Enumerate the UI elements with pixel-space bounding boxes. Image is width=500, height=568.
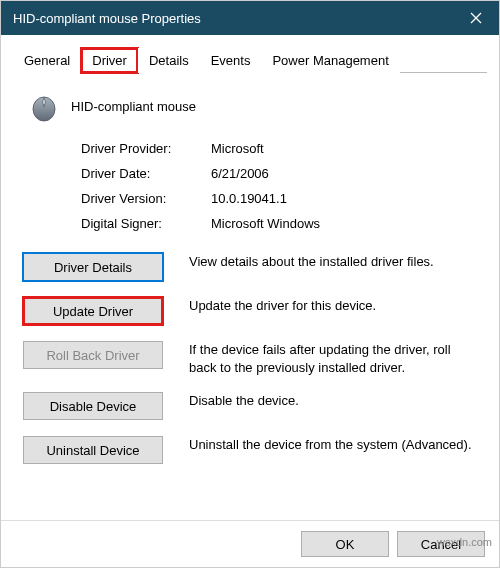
driver-date-label: Driver Date: — [81, 166, 211, 181]
window-title: HID-compliant mouse Properties — [13, 11, 201, 26]
driver-provider-label: Driver Provider: — [81, 141, 211, 156]
tab-content: HID-compliant mouse Driver Provider: Mic… — [1, 73, 499, 520]
close-icon — [470, 12, 482, 24]
tabs-container: General Driver Details Events Power Mana… — [1, 35, 499, 73]
svg-point-3 — [43, 99, 46, 105]
driver-details-desc: View details about the installed driver … — [189, 253, 477, 271]
dialog-footer: OK Cancel — [1, 520, 499, 567]
tabs: General Driver Details Events Power Mana… — [13, 47, 487, 73]
tab-driver[interactable]: Driver — [81, 48, 138, 73]
device-name: HID-compliant mouse — [71, 99, 196, 114]
uninstall-device-button[interactable]: Uninstall Device — [23, 436, 163, 464]
device-header: HID-compliant mouse — [23, 89, 477, 123]
tab-general[interactable]: General — [13, 48, 81, 73]
tab-details[interactable]: Details — [138, 48, 200, 73]
driver-date-value: 6/21/2006 — [211, 166, 269, 181]
properties-window: HID-compliant mouse Properties General D… — [0, 0, 500, 568]
close-button[interactable] — [453, 1, 499, 35]
tab-events[interactable]: Events — [200, 48, 262, 73]
digital-signer-label: Digital Signer: — [81, 216, 211, 231]
update-driver-desc: Update the driver for this device. — [189, 297, 477, 315]
tab-power-management[interactable]: Power Management — [261, 48, 399, 73]
digital-signer-value: Microsoft Windows — [211, 216, 320, 231]
driver-details-button[interactable]: Driver Details — [23, 253, 163, 281]
ok-button[interactable]: OK — [301, 531, 389, 557]
driver-version-value: 10.0.19041.1 — [211, 191, 287, 206]
driver-version-label: Driver Version: — [81, 191, 211, 206]
disable-device-desc: Disable the device. — [189, 392, 477, 410]
mouse-icon — [23, 89, 65, 123]
disable-device-button[interactable]: Disable Device — [23, 392, 163, 420]
roll-back-driver-desc: If the device fails after updating the d… — [189, 341, 477, 376]
uninstall-device-desc: Uninstall the device from the system (Ad… — [189, 436, 477, 454]
titlebar: HID-compliant mouse Properties — [1, 1, 499, 35]
driver-info: Driver Provider: Microsoft Driver Date: … — [81, 141, 477, 231]
roll-back-driver-button: Roll Back Driver — [23, 341, 163, 369]
watermark: wsxdn.com — [437, 536, 492, 548]
driver-provider-value: Microsoft — [211, 141, 264, 156]
update-driver-button[interactable]: Update Driver — [23, 297, 163, 325]
